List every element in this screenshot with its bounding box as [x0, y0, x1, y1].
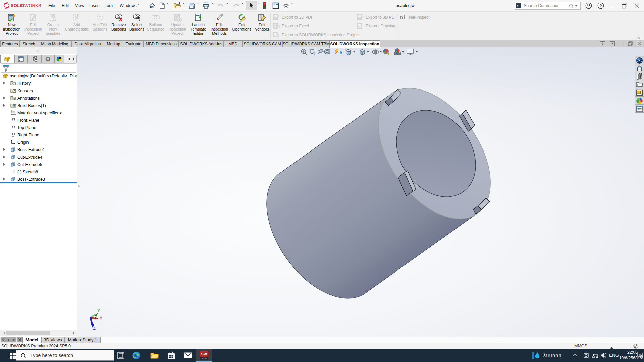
svg-text:SW: SW	[201, 352, 207, 356]
svg-text:4: 4	[641, 355, 643, 359]
svg-text:11: 11	[117, 15, 120, 18]
svg-text:?: ?	[600, 4, 602, 8]
svg-text:2024: 2024	[201, 357, 207, 360]
svg-text:Y: Y	[97, 308, 100, 313]
svg-text:A: A	[13, 97, 15, 100]
svg-text:123: 123	[153, 16, 158, 19]
svg-text:A: A	[339, 50, 343, 55]
svg-text:x: x	[100, 316, 102, 320]
svg-text:Z: Z	[93, 326, 96, 331]
svg-text:SOLIDWORKS: SOLIDWORKS	[11, 3, 41, 8]
svg-text:11: 11	[135, 15, 138, 18]
